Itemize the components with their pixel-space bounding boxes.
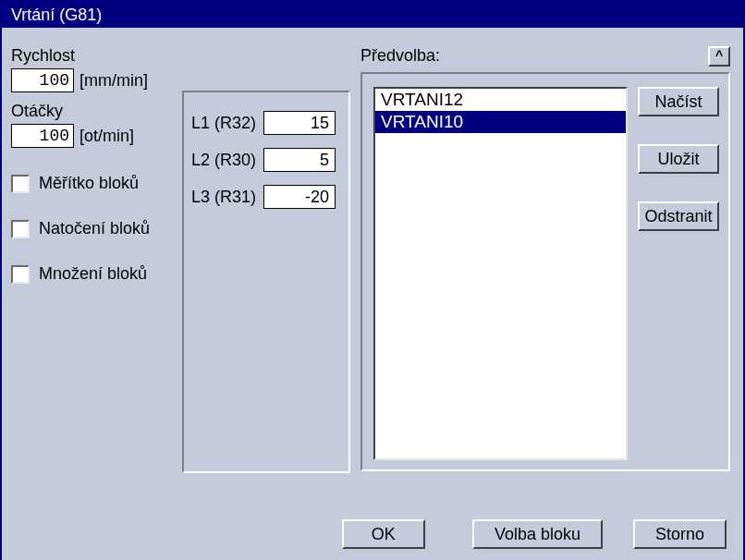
preset-title: Předvolba: — [360, 46, 440, 66]
expand-caret-button[interactable]: ^ — [708, 46, 730, 67]
l3-input[interactable] — [263, 185, 336, 209]
preset-listbox[interactable]: VRTANI12 VRTANI10 — [373, 87, 628, 460]
rpm-unit: [ot/min] — [79, 127, 134, 146]
l1-row: L1 (R32) — [191, 111, 341, 135]
l2-row: L2 (R30) — [191, 148, 341, 172]
scale-checkbox-row: Měřítko bloků — [11, 174, 177, 193]
scale-checkbox-label: Měřítko bloků — [39, 174, 139, 193]
speed-unit: [mm/min] — [79, 71, 148, 91]
l1-label: L1 (R32) — [191, 114, 263, 133]
right-button-group: Načíst Uložit Odstranit — [638, 87, 719, 259]
right-container: Předvolba: ^ VRTANI12 VRTANI10 Načíst Ul… — [360, 46, 730, 471]
multiply-checkbox-row: Množení bloků — [11, 264, 177, 284]
speed-row: [mm/min] — [11, 68, 177, 92]
l2-input[interactable] — [263, 148, 336, 172]
rotate-checkbox[interactable] — [11, 220, 30, 238]
rpm-input[interactable] — [11, 124, 74, 148]
list-item[interactable]: VRTANI12 — [375, 89, 626, 111]
multiply-checkbox[interactable] — [11, 265, 30, 284]
l2-label: L2 (R30) — [191, 151, 263, 170]
rotate-checkbox-label: Natočení bloků — [39, 219, 150, 238]
speed-input[interactable] — [11, 68, 74, 92]
multiply-checkbox-label: Množení bloků — [39, 264, 147, 284]
window-title: Vrtání (G81) — [11, 6, 102, 25]
right-panel: VRTANI12 VRTANI10 Načíst Uložit Odstrani… — [360, 72, 730, 471]
bottom-button-row: OK Volba bloku Storno — [2, 519, 743, 549]
block-button[interactable]: Volba bloku — [472, 519, 603, 549]
l3-label: L3 (R31) — [191, 188, 263, 207]
save-button[interactable]: Uložit — [638, 144, 719, 174]
speed-label: Rychlost — [11, 46, 177, 66]
title-bar: Vrtání (G81) — [2, 2, 743, 28]
middle-panel: L1 (R32) L2 (R30) L3 (R31) — [182, 91, 350, 473]
scale-checkbox[interactable] — [11, 175, 30, 193]
ok-button[interactable]: OK — [342, 519, 425, 549]
load-button[interactable]: Načíst — [638, 87, 719, 116]
rpm-row: [ot/min] — [11, 124, 177, 148]
l3-row: L3 (R31) — [191, 185, 341, 209]
preset-header: Předvolba: ^ — [360, 46, 730, 67]
delete-button[interactable]: Odstranit — [638, 201, 719, 231]
cancel-button[interactable]: Storno — [633, 519, 727, 549]
rpm-label: Otáčky — [11, 102, 177, 121]
rotate-checkbox-row: Natočení bloků — [11, 219, 177, 238]
left-panel: Rychlost [mm/min] Otáčky [ot/min] Měřítk… — [11, 46, 177, 284]
dialog-window: Vrtání (G81) Rychlost [mm/min] Otáčky [o… — [0, 0, 745, 560]
l1-input[interactable] — [263, 111, 336, 135]
dialog-content: Rychlost [mm/min] Otáčky [ot/min] Měřítk… — [2, 28, 743, 560]
list-item[interactable]: VRTANI10 — [375, 111, 626, 133]
